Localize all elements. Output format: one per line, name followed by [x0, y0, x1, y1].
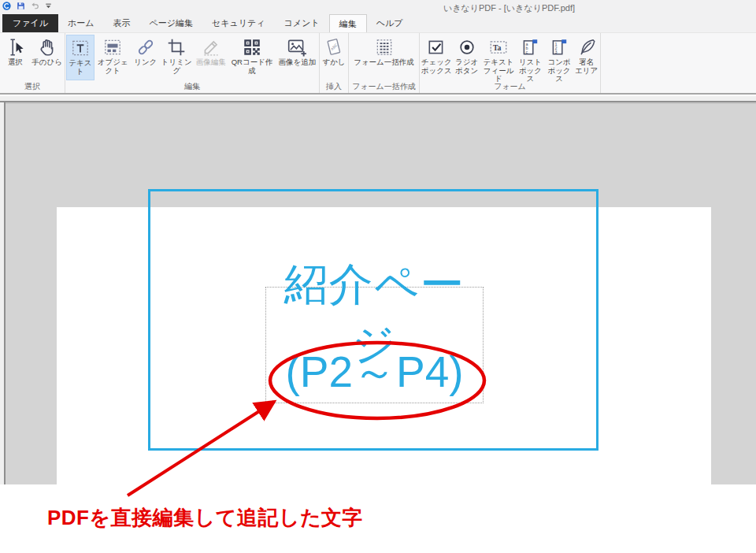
form-batch-button[interactable]: フォーム一括作成 [350, 35, 418, 80]
tab-page-edit[interactable]: ページ編集 [140, 14, 203, 32]
title-bar: いきなりPDF - [いきなりPDF.pdf] [0, 0, 756, 14]
radio-button-form-button[interactable]: ラジオ ボタン [452, 35, 481, 80]
combo-box-form-button[interactable]: 123 コンボ ボックス [545, 35, 574, 80]
svg-text:c: c [526, 50, 528, 54]
tab-edit[interactable]: 編集 [329, 14, 367, 32]
button-label: 選択 [8, 58, 23, 67]
crop-tool-button[interactable]: トリミング [160, 35, 194, 80]
tab-home[interactable]: ホーム [58, 14, 104, 32]
link-tool-button[interactable]: リンク [132, 35, 160, 80]
button-label: 画像を追加 [278, 58, 316, 67]
button-label: テキスト [67, 59, 94, 76]
tab-view[interactable]: 表示 [104, 14, 140, 32]
svg-text:Ta: Ta [493, 43, 502, 52]
button-label: 署名 エリア [575, 58, 598, 75]
image-edit-icon [201, 37, 221, 58]
combo-box-icon: 123 [549, 37, 569, 58]
signature-icon [576, 37, 597, 58]
undo-icon[interactable] [30, 1, 40, 11]
red-arrow-annotation [118, 392, 287, 503]
checkbox-form-button[interactable]: チェック ボックス [421, 35, 452, 80]
button-label: トリミング [160, 58, 194, 75]
button-label: 画像編集 [196, 58, 226, 67]
window-title: いきなりPDF - [いきなりPDF.pdf] [443, 2, 575, 14]
quick-access-toolbar [2, 1, 53, 11]
ribbon-empty-area [601, 33, 756, 93]
ribbon-tab-bar: ファイル ホーム 表示 ページ編集 セキュリティ コメント 編集 ヘルプ [0, 14, 756, 33]
button-label: リスト ボックス [516, 58, 545, 84]
text-icon [70, 38, 91, 58]
hand-icon [37, 37, 57, 58]
select-icon [6, 37, 26, 58]
text-field-form-button[interactable]: Ta テキスト フィールド [481, 35, 516, 80]
button-label: すかし [322, 58, 345, 67]
qr-code-icon [242, 37, 262, 58]
group-label-form-batch: フォーム一括作成 [350, 81, 418, 93]
list-box-icon: abc [520, 37, 540, 58]
ribbon: 選択 手のひら 選択 テキスト [0, 33, 756, 95]
watermark-button[interactable]: ABC すかし [321, 35, 347, 80]
list-box-form-button[interactable]: abc リスト ボックス [516, 35, 545, 80]
group-label-edit: 編集 [66, 81, 318, 93]
object-icon [102, 37, 123, 58]
text-tool-button[interactable]: テキスト [66, 35, 94, 80]
ribbon-group-form: チェック ボックス ラジオ ボタン Ta テキスト フィールド ab [420, 33, 601, 93]
button-label: フォーム一括作成 [354, 58, 414, 67]
add-image-icon [287, 37, 307, 58]
tab-security[interactable]: セキュリティ [202, 14, 275, 32]
link-icon [135, 37, 156, 58]
text-field-icon: Ta [488, 37, 509, 58]
button-label: ラジオ ボタン [455, 58, 478, 75]
tab-help[interactable]: ヘルプ [367, 14, 413, 32]
crop-icon [166, 37, 187, 58]
red-ellipse-annotation [266, 339, 488, 422]
group-label-select: 選択 [1, 81, 64, 93]
qat-more-icon[interactable] [44, 2, 53, 10]
save-icon[interactable] [16, 1, 26, 11]
hand-tool-button[interactable]: 手のひら [30, 35, 64, 80]
button-label: コンボ ボックス [545, 58, 574, 84]
button-label: チェック ボックス [421, 58, 452, 75]
tab-file[interactable]: ファイル [2, 14, 58, 32]
ribbon-group-form-batch: フォーム一括作成 フォーム一括作成 [349, 33, 420, 93]
signature-area-button[interactable]: 署名 エリア [573, 35, 599, 80]
group-label-form: フォーム [421, 81, 599, 93]
button-label: 手のひら [32, 58, 62, 67]
workspace-left-border [4, 102, 6, 484]
checkbox-icon [426, 37, 447, 58]
object-tool-button[interactable]: オブジェクト [94, 35, 132, 80]
select-tool-button[interactable]: 選択 [1, 35, 30, 80]
ribbon-group-select: 選択 手のひら 選択 [0, 33, 65, 93]
svg-text:3: 3 [555, 50, 558, 54]
ribbon-group-edit: テキスト オブジェクト リンク [65, 33, 320, 93]
button-label: テキスト フィールド [481, 58, 516, 84]
watermark-icon: ABC [324, 37, 344, 58]
add-image-button[interactable]: 画像を追加 [276, 35, 318, 80]
caption-text: PDFを直接編集して追記した文字 [47, 504, 363, 532]
group-label-insert: 挿入 [321, 81, 347, 93]
ribbon-group-insert: ABC すかし 挿入 [320, 33, 349, 93]
radio-button-icon [457, 37, 477, 58]
app-icon[interactable] [2, 1, 12, 11]
qr-code-button[interactable]: QRコード作成 [228, 35, 276, 80]
image-edit-button: 画像編集 [194, 35, 228, 80]
form-batch-icon [374, 37, 395, 58]
app-window: いきなりPDF - [いきなりPDF.pdf] ファイル ホーム 表示 ページ編… [0, 0, 756, 553]
pdf-heading-line1: 紹介ページ [266, 288, 483, 343]
button-label: リンク [134, 58, 157, 67]
button-label: QRコード作成 [228, 58, 276, 75]
button-label: オブジェクト [94, 58, 132, 75]
tab-comment[interactable]: コメント [275, 14, 329, 32]
